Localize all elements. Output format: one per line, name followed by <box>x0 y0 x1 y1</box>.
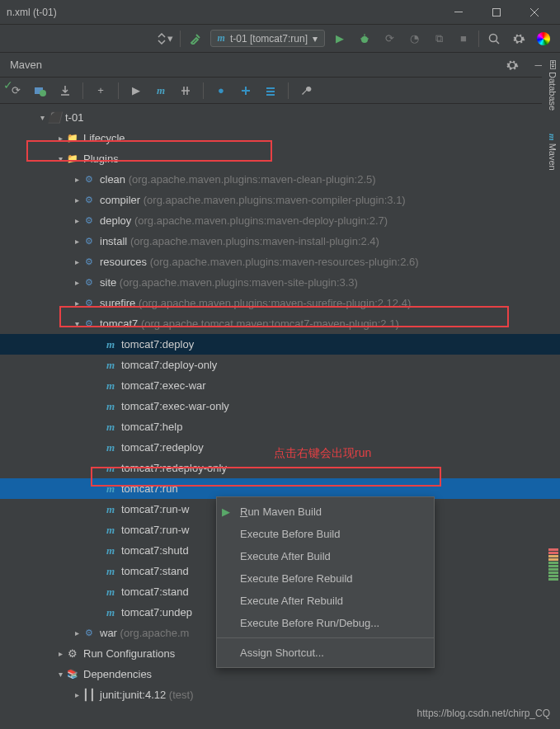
tree-goal[interactable]: mtomcat7:exec-war-only <box>0 396 560 416</box>
folder-icon: 📁 <box>66 153 79 166</box>
side-tab-maven[interactable]: m Maven <box>542 127 560 177</box>
maven-goal-icon: m <box>104 441 117 454</box>
tree-goal[interactable]: mtomcat7:deploy-only <box>0 355 560 375</box>
window-controls <box>440 0 553 25</box>
wrench-icon[interactable] <box>297 82 315 100</box>
svg-rect-1 <box>493 8 501 16</box>
panel-title: Maven <box>10 59 42 71</box>
run-maven-icon[interactable]: ▶ <box>127 82 145 100</box>
maven-toolbar: ⟳ + ▶ m ● <box>0 78 560 104</box>
tree-plugin-deploy[interactable]: ▸⚙deploy (org.apache.maven.plugins:maven… <box>0 210 560 231</box>
svg-point-11 <box>40 90 46 96</box>
execute-goal-icon[interactable]: m <box>152 82 170 100</box>
watermark: https://blog.csdn.net/chirp_CQ <box>417 708 550 719</box>
collapse-all-icon[interactable] <box>261 82 280 100</box>
plugin-icon: ⚙ <box>82 214 96 228</box>
skip-tests-icon[interactable]: ● <box>212 82 230 100</box>
plugin-icon: ⚙ <box>82 235 96 248</box>
settings-icon[interactable] <box>509 29 529 49</box>
menu-execute-before-rebuild[interactable]: Execute Before Rebuild <box>217 567 434 590</box>
menu-execute-before-build[interactable]: Execute Before Build <box>217 523 434 545</box>
plugin-icon: ⚙ <box>82 627 96 640</box>
svg-rect-18 <box>266 91 275 92</box>
plugin-icon: ⚙ <box>82 297 96 310</box>
maven-goal-icon: m <box>104 462 117 475</box>
run-configuration-selector[interactable]: m t-01 [tomcat7:run] ▾ <box>210 30 325 47</box>
tree-goal[interactable]: mtomcat7:exec-war <box>0 375 560 396</box>
library-icon: 📚 <box>66 668 79 681</box>
tree-lifecycle[interactable]: ▸ 📁 Lifecycle <box>0 128 560 148</box>
maven-goal-icon: m <box>104 524 117 537</box>
tree-goal[interactable]: mtomcat7:redeploy <box>0 437 560 458</box>
maven-project-icon: ⬛ <box>48 111 61 125</box>
context-menu: ▶ Run Maven Build Execute Before Build E… <box>216 496 435 668</box>
tree-root[interactable]: ▾ ⬛ t-01 <box>0 107 560 128</box>
stop-button[interactable]: ■ <box>454 29 473 49</box>
tree-goal[interactable]: mtomcat7:deploy <box>0 334 560 355</box>
library-icon: ┃┃ <box>82 689 96 702</box>
colorwheel-icon[interactable] <box>534 29 553 49</box>
tree-goal[interactable]: mtomcat7:help <box>0 416 560 437</box>
panel-settings-icon[interactable] <box>502 55 522 75</box>
close-button[interactable] <box>515 0 553 25</box>
maven-badge-icon: m <box>218 32 225 45</box>
maven-goal-icon: m <box>104 400 117 413</box>
tree-plugin-site[interactable]: ▸⚙site (org.apache.maven.plugins:maven-s… <box>0 272 560 293</box>
maven-goal-icon: m <box>104 586 117 599</box>
svg-rect-16 <box>245 87 247 95</box>
minimize-button[interactable] <box>440 0 478 25</box>
tree-dependency-junit[interactable]: ▸ ┃┃ junit:junit:4.12 (test) <box>0 684 560 705</box>
maven-goal-icon: m <box>104 421 117 434</box>
download-icon[interactable] <box>56 82 74 100</box>
add-icon[interactable]: + <box>92 82 110 100</box>
window-title: n.xml (t-01) <box>7 7 57 18</box>
tree-plugin-install[interactable]: ▸⚙install (org.apache.maven.plugins:mave… <box>0 231 560 252</box>
toggle-offline-icon[interactable] <box>176 82 195 100</box>
debug-button[interactable] <box>355 29 374 49</box>
maven-goal-icon: m <box>104 606 117 619</box>
plugin-icon: ⚙ <box>82 194 96 207</box>
side-tab-database[interactable]: 🗄 Database <box>542 54 560 117</box>
menu-run-maven-build[interactable]: ▶ Run Maven Build <box>217 501 434 523</box>
maven-panel-header: Maven — <box>0 53 560 78</box>
run-config-label: t-01 [tomcat7:run] <box>230 33 308 45</box>
svg-rect-17 <box>266 87 275 89</box>
menu-execute-before-run-debug[interactable]: Execute Before Run/Debug... <box>217 612 434 634</box>
profile-button[interactable]: ◔ <box>404 29 424 49</box>
coverage-button[interactable]: ⟳ <box>379 29 399 49</box>
hammer-icon[interactable] <box>186 29 205 49</box>
gear-icon: ⚙ <box>66 647 79 661</box>
maven-icon: m <box>548 134 558 141</box>
svg-line-9 <box>496 40 500 44</box>
maximize-button[interactable] <box>478 0 515 25</box>
plugin-icon: ⚙ <box>82 173 96 186</box>
generate-sources-icon[interactable] <box>31 82 49 100</box>
tree-plugin-surefire[interactable]: ▸⚙surefire (org.apache.maven.plugins:mav… <box>0 293 560 313</box>
tree-plugin-compiler[interactable]: ▸⚙compiler (org.apache.maven.plugins:mav… <box>0 190 560 210</box>
memory-indicator[interactable] <box>548 548 558 581</box>
menu-execute-after-build[interactable]: Execute After Build <box>217 545 434 567</box>
svg-rect-0 <box>454 12 463 12</box>
run-button[interactable]: ▶ <box>330 29 350 49</box>
show-dependencies-icon[interactable] <box>237 82 255 100</box>
maven-goal-icon: m <box>104 379 117 393</box>
menu-execute-after-rebuild[interactable]: Execute After Rebuild <box>217 590 434 612</box>
maven-goal-icon: m <box>104 359 117 372</box>
attach-button[interactable]: ⧉ <box>429 29 449 49</box>
tree-plugin-tomcat7[interactable]: ▾ ⚙ tomcat7 (org.apache.tomcat.maven:tom… <box>0 313 560 334</box>
search-icon[interactable] <box>484 29 504 49</box>
maven-goal-icon: m <box>104 565 117 578</box>
add-configuration-button[interactable]: ▾ <box>155 29 175 49</box>
tree-plugins[interactable]: ▾ 📁 Plugins <box>0 148 560 169</box>
menu-assign-shortcut[interactable]: Assign Shortcut... <box>217 642 434 664</box>
plugin-icon: ⚙ <box>82 276 96 289</box>
check-icon: ✓ <box>3 78 13 92</box>
folder-icon: 📁 <box>66 132 79 145</box>
tree-goal[interactable]: mtomcat7:redeploy-only <box>0 458 560 478</box>
side-tabs: 🗄 Database m Maven <box>542 54 560 177</box>
svg-rect-19 <box>266 94 275 96</box>
tree-plugin-clean[interactable]: ▸⚙clean (org.apache.maven.plugins:maven-… <box>0 169 560 190</box>
maven-goal-icon: m <box>104 503 117 516</box>
play-icon: ▶ <box>222 506 230 518</box>
tree-plugin-resources[interactable]: ▸⚙resources (org.apache.maven.plugins:ma… <box>0 252 560 272</box>
